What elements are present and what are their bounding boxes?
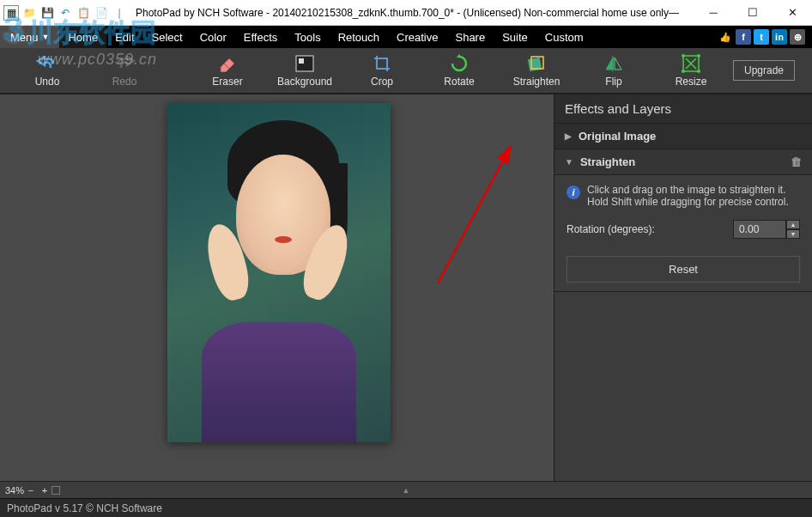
tab-creative[interactable]: Creative [388,26,446,48]
accordion-label: Straighten [580,155,635,168]
rotation-label: Rotation (degrees): [567,223,655,235]
maximize-button[interactable]: ☐ [733,0,773,25]
eraser-label: Eraser [212,76,242,88]
twitter-icon[interactable]: t [754,29,769,45]
undo-button[interactable]: Undo [9,48,86,93]
background-label: Background [277,76,332,88]
resize-label: Resize [676,76,707,88]
zoom-in-button[interactable]: + [38,485,52,496]
svg-point-5 [682,54,685,58]
tab-custom[interactable]: Custom [536,26,592,48]
redo-icon [113,54,136,73]
menubar: Menu ▼ Home Edit Select Color Effects To… [0,26,812,48]
status-text: PhotoPad v 5.17 © NCH Software [7,502,162,514]
straighten-icon [526,54,547,73]
svg-point-6 [697,54,700,58]
panel-title: Effects and Layers [554,94,812,124]
menu-label: Menu [10,31,39,44]
crop-icon [373,54,391,73]
info-icon: i [567,186,580,199]
rotate-icon [450,54,469,73]
like-icon[interactable]: 👍 [718,29,733,45]
linkedin-icon[interactable]: in [772,29,787,45]
social-icons: 👍 f t in ⊕ [718,26,812,48]
flip-icon [604,54,623,73]
qat-icon-1[interactable]: ▦ [3,5,19,21]
accordion-straighten[interactable]: ▼ Straighten 🗑 [554,149,812,175]
minimize-button[interactable]: ─ [694,0,733,25]
eraser-button[interactable]: Eraser [189,48,266,93]
chevron-down-icon: ▼ [565,157,573,167]
collapse-handle-icon[interactable]: ▲ [403,486,410,495]
svg-point-7 [682,70,685,73]
facebook-icon[interactable]: f [736,29,751,45]
info-text: i Click and drag on the image to straigh… [567,184,800,208]
rotate-label: Rotate [444,76,474,88]
tab-select[interactable]: Select [143,26,191,48]
background-button[interactable]: Background [266,48,343,93]
menu-dropdown[interactable]: Menu ▼ [0,26,59,48]
accordion-original-image[interactable]: ▶ Original Image [554,124,812,149]
zoom-out-button[interactable]: − [24,485,38,496]
tab-home[interactable]: Home [59,26,106,48]
tab-retouch[interactable]: Retouch [330,26,388,48]
svg-rect-1 [299,58,304,64]
flip-label: Flip [605,76,621,88]
spin-down-icon[interactable]: ▼ [786,229,800,239]
tab-effects[interactable]: Effects [235,26,287,48]
rotation-input[interactable] [733,220,786,239]
crop-label: Crop [371,76,393,88]
canvas-image[interactable] [167,103,391,442]
resize-icon [682,54,700,73]
undo-label: Undo [35,76,60,88]
effects-panel: Effects and Layers ▶ Original Image ▼ St… [554,94,812,481]
qat-icon-3[interactable]: 💾 [39,5,55,21]
qat-icon-5[interactable]: 📋 [76,5,91,21]
qat-sep: | [112,5,127,21]
background-icon [295,54,314,73]
chevron-down-icon: ▼ [42,33,50,41]
redo-label: Redo [112,76,137,88]
tab-suite[interactable]: Suite [494,26,536,48]
zoom-fit-button[interactable] [52,486,60,495]
tab-share[interactable]: Share [446,26,494,48]
straighten-panel-body: i Click and drag on the image to straigh… [554,175,812,292]
resize-button[interactable]: Resize [652,48,730,93]
rotation-spinner[interactable]: ▲ ▼ [733,220,800,239]
toolbar: Undo Redo Eraser Background Crop Rotate … [0,48,812,94]
tab-tools[interactable]: Tools [286,26,329,48]
spin-up-icon[interactable]: ▲ [786,220,800,229]
flip-button[interactable]: Flip [575,48,652,93]
zoom-bar: 34% − + ▲ [0,481,812,498]
redo-button[interactable]: Redo [86,48,163,93]
info-message: Click and drag on the image to straighte… [587,184,800,208]
straighten-button[interactable]: Straighten [498,48,575,93]
delete-layer-icon[interactable]: 🗑 [791,155,802,168]
qat-icon-4[interactable]: ↶ [58,5,73,21]
undo-icon [36,54,58,73]
straighten-label: Straighten [513,76,561,88]
qat-icon-2[interactable]: 📁 [21,5,37,21]
main-area: Effects and Layers ▶ Original Image ▼ St… [0,94,812,481]
titlebar: ▦ 📁 💾 ↶ 📋 📄 | PhotoPad by NCH Software -… [0,0,812,26]
accordion-label: Original Image [579,130,656,143]
svg-point-8 [697,70,700,73]
tab-color[interactable]: Color [191,26,235,48]
svg-line-9 [438,146,511,283]
upgrade-button[interactable]: Upgrade [733,60,795,81]
tab-edit[interactable]: Edit [106,26,142,48]
eraser-icon [217,54,238,73]
reset-button[interactable]: Reset [567,256,800,283]
share-icon[interactable]: ⊕ [790,29,805,45]
status-bar: PhotoPad v 5.17 © NCH Software [0,498,812,517]
window-title: PhotoPad by NCH Software - 2014021021530… [130,7,694,19]
quick-access-icons: ▦ 📁 💾 ↶ 📋 📄 | [0,5,130,21]
annotation-arrow [429,137,532,292]
zoom-level: 34% [5,485,24,496]
chevron-right-icon: ▶ [565,131,572,141]
close-button[interactable]: ✕ [773,0,812,25]
rotate-button[interactable]: Rotate [421,48,498,93]
qat-icon-6[interactable]: 📄 [94,5,109,21]
crop-button[interactable]: Crop [343,48,421,93]
canvas-area[interactable] [0,94,554,481]
